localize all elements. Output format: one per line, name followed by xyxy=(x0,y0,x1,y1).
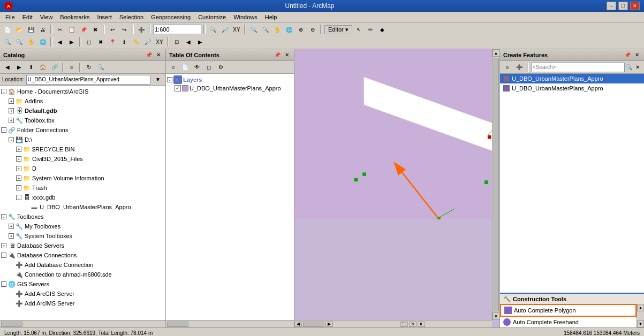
construct-item-auto-complete-polygon[interactable]: Auto Complete Polygon xyxy=(500,304,637,317)
toc-pin-button[interactable]: 📌 xyxy=(272,51,282,58)
menu-view[interactable]: View xyxy=(37,12,56,22)
map-rotate-btn[interactable]: ↻ xyxy=(409,322,416,327)
tree-item-folder-connections[interactable]: - 🔗 Folder Connections xyxy=(1,125,164,135)
edit-vertices[interactable]: ◆ xyxy=(377,24,388,35)
menu-customize[interactable]: Customize xyxy=(195,12,229,22)
back-btn[interactable]: ◀ xyxy=(55,36,65,47)
map-area[interactable]: ▲ ▼ ◀ ▶ ⛶ ↻ ⏸ xyxy=(294,49,499,327)
cat-forward-btn[interactable]: ▶ xyxy=(14,62,25,73)
create-features-close[interactable]: ✕ xyxy=(633,51,641,58)
tree-toggle-recycle[interactable]: + xyxy=(16,147,21,152)
map-pause-btn[interactable]: ⏸ xyxy=(418,322,425,327)
tree-item-addarcgis[interactable]: ➕ Add ArcGIS Server xyxy=(1,289,164,299)
tree-item-addarcims[interactable]: ➕ Add ArcIMS Server xyxy=(1,299,164,308)
tree-item-connahmad[interactable]: 🔌 Connection to ahmad-m6800.sde xyxy=(1,270,164,279)
tree-toggle-dfolder[interactable]: + xyxy=(16,166,21,171)
cat-back-btn[interactable]: ◀ xyxy=(2,62,13,73)
location-dropdown-btn[interactable]: ▼ xyxy=(153,74,163,85)
map-vscroll-thumb[interactable] xyxy=(494,58,499,311)
toc-list-view[interactable]: ≡ xyxy=(168,62,179,73)
toc-selection-view[interactable]: ◻ xyxy=(203,62,214,73)
cat-search-btn[interactable]: 🔍 xyxy=(95,62,106,73)
tree-item-civil3d[interactable]: + 📁 Civil3D_2015_Files xyxy=(1,154,164,164)
scale-input[interactable] xyxy=(153,25,201,34)
tree-item-addins[interactable]: + 📁 AddIns xyxy=(1,96,164,106)
toc-options[interactable]: ⚙ xyxy=(215,62,226,73)
tree-item-home[interactable]: - 🏠 Home - Documents\ArcGIS xyxy=(1,87,164,96)
print-button[interactable]: 🖨 xyxy=(37,24,48,35)
cat-up-btn[interactable]: ⬆ xyxy=(26,62,36,73)
menu-file[interactable]: File xyxy=(2,12,18,22)
tree-toggle-folderconn[interactable]: - xyxy=(1,127,6,133)
edit-tool[interactable]: ↖ xyxy=(353,24,364,35)
catalog-pin-button[interactable]: 📌 xyxy=(144,51,154,58)
add-data-button[interactable]: ➕ xyxy=(136,24,147,35)
layer-checkbox[interactable] xyxy=(175,85,181,91)
tree-item-mytoolboxes[interactable]: + 🔧 My Toolboxes xyxy=(1,222,164,231)
toc-layers-toggle[interactable]: - xyxy=(167,77,172,82)
menu-edit[interactable]: Edit xyxy=(19,12,36,22)
undo-button[interactable]: ↩ xyxy=(107,24,118,35)
tree-item-trash[interactable]: + 📁 Trash xyxy=(1,183,164,193)
cat-refresh-btn[interactable]: ↻ xyxy=(84,62,94,73)
tree-toggle-dbconn[interactable]: - xyxy=(1,253,6,258)
pan-tool[interactable]: ✋ xyxy=(26,36,36,47)
map-scroll-left[interactable]: ◀ xyxy=(294,322,302,327)
new-button[interactable]: 📄 xyxy=(2,24,13,35)
tree-toggle-trash[interactable]: + xyxy=(16,185,21,190)
map-vscrollbar[interactable]: ▲ ▼ xyxy=(492,49,499,320)
pan-btn[interactable]: ✋ xyxy=(272,24,283,35)
tree-toggle-defaultgdb[interactable]: + xyxy=(9,108,14,113)
toc-layer-item[interactable]: U_DBO_UrbanMasterPlans_Appro xyxy=(167,85,293,92)
toc-hscroll-thumb[interactable] xyxy=(167,322,188,327)
open-button[interactable]: 📂 xyxy=(14,24,25,35)
menu-windows[interactable]: Windows xyxy=(230,12,261,22)
construct-scroll-down[interactable]: ▼ xyxy=(637,320,644,327)
tree-item-sysvolinfo[interactable]: + 📁 System Volume Information xyxy=(1,173,164,183)
zoom-out-btn[interactable]: 🔍 xyxy=(260,24,271,35)
tree-toggle-addins[interactable]: + xyxy=(9,98,14,104)
go-to-xy[interactable]: XY xyxy=(231,24,242,35)
cat-view-btn[interactable]: ≡ xyxy=(66,62,77,73)
find-button[interactable]: 🔎 xyxy=(219,24,230,35)
goto-xy-btn[interactable]: XY xyxy=(154,36,165,47)
map-scroll-down[interactable]: ▼ xyxy=(493,312,500,320)
zoom-in-btn[interactable]: 🔍 xyxy=(248,24,259,35)
zoom-in-fixed[interactable]: 🔍 xyxy=(2,36,13,47)
select-features[interactable]: ◻ xyxy=(84,36,94,47)
redo-button[interactable]: ↪ xyxy=(119,24,130,35)
measure-btn[interactable]: 📏 xyxy=(131,36,141,47)
delete-button[interactable]: ✖ xyxy=(90,24,101,35)
tree-toggle-sysvolinfo[interactable]: + xyxy=(16,175,21,181)
cut-button[interactable]: ✂ xyxy=(55,24,65,35)
cat-home-btn[interactable]: 🏠 xyxy=(37,62,48,73)
create-features-pin[interactable]: 📌 xyxy=(623,51,632,58)
toc-visibility-view[interactable]: 👁 xyxy=(192,62,202,73)
fixed-zoom-in[interactable]: ⊕ xyxy=(296,24,306,35)
search-btn[interactable]: 🔎 xyxy=(142,36,153,47)
map-scroll-up[interactable]: ▲ xyxy=(493,49,500,57)
tree-toggle-toolboxes[interactable]: - xyxy=(1,214,6,219)
tree-toggle-mytoolboxes[interactable]: + xyxy=(9,224,14,229)
tree-item-adddbconn[interactable]: ➕ Add Database Connection xyxy=(1,260,164,270)
tree-toggle-xxxxgdb[interactable]: - xyxy=(16,195,21,200)
prev-extent[interactable]: ◀ xyxy=(183,36,194,47)
toc-hscrollbar[interactable] xyxy=(166,320,294,327)
copy-button[interactable]: 📋 xyxy=(66,24,77,35)
create-clear-btn[interactable]: ✕ xyxy=(633,63,642,72)
map-hscrollbar[interactable]: ◀ ▶ ⛶ ↻ ⏸ xyxy=(294,320,492,327)
menu-help[interactable]: Help xyxy=(262,12,281,22)
tree-item-dbconn[interactable]: - 🔌 Database Connections xyxy=(1,250,164,260)
toc-layers-group[interactable]: - L Layers xyxy=(167,75,293,85)
catalog-hscroll-thumb[interactable] xyxy=(1,322,22,327)
tree-toggle-civil3d[interactable]: + xyxy=(16,156,21,162)
map-hscroll-thumb[interactable] xyxy=(303,322,324,327)
construct-item-auto-complete-freehand[interactable]: Auto Complete Freehand xyxy=(500,317,637,327)
forward-btn[interactable]: ▶ xyxy=(66,36,77,47)
tree-item-udbo[interactable]: ▬ U_DBO_UrbanMasterPlans_Appro xyxy=(1,202,164,212)
sketch-tool[interactable]: ✏ xyxy=(365,24,376,35)
full-extent[interactable]: 🌐 xyxy=(284,24,294,35)
tree-item-toolbox[interactable]: + 🔧 Toolbox.tbx xyxy=(1,116,164,125)
create-new-template[interactable]: ➕ xyxy=(514,62,525,73)
info-btn[interactable]: ℹ xyxy=(119,36,130,47)
